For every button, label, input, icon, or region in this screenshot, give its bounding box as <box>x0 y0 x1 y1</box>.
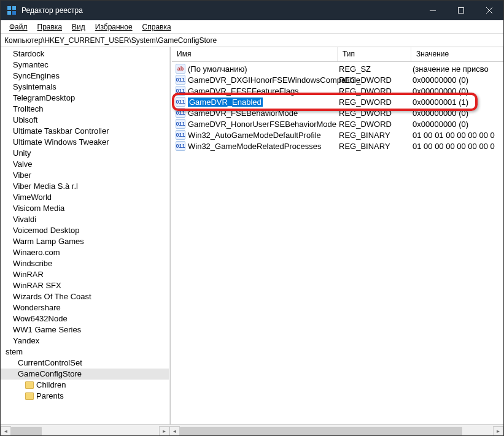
tree-item[interactable]: CurrentControlSet <box>1 358 169 369</box>
menu-view[interactable]: Вид <box>67 21 90 33</box>
tree-item[interactable]: Unity <box>1 148 169 159</box>
tree-item[interactable]: Stardock <box>1 48 169 59</box>
tree-item[interactable]: Windscribe <box>1 258 169 269</box>
tree-hscroll[interactable]: ◄ ► <box>1 426 169 436</box>
col-header-type[interactable]: Тип <box>338 47 411 61</box>
tree-item-label: Stardock <box>13 49 44 58</box>
tree-item-label: Trolltech <box>13 104 43 113</box>
reg-binary-icon: 011 <box>176 130 185 140</box>
app-icon <box>7 6 17 15</box>
tree-item-label: SyncEngines <box>13 71 60 80</box>
value-data: 0x00000000 (0) <box>411 86 503 96</box>
minimize-button[interactable] <box>419 1 447 20</box>
titlebar[interactable]: Редактор реестра <box>1 1 503 20</box>
list-row[interactable]: 011GameDVR_HonorUserFSEBehaviorModeREG_D… <box>172 118 503 129</box>
tree-item-label: Wizards Of The Coast <box>13 292 91 301</box>
tree-item[interactable]: Vivaldi <box>1 214 169 225</box>
value-type: REG_DWORD <box>338 98 411 107</box>
value-data: 0x00000001 (1) <box>411 98 503 107</box>
menu-edit[interactable]: Правка <box>33 21 68 33</box>
tree-item-label: Sysinternals <box>13 82 56 91</box>
svg-rect-0 <box>7 6 11 10</box>
tree-item[interactable]: Symantec <box>1 59 169 71</box>
menu-file[interactable]: Файл <box>4 21 33 33</box>
tree-item[interactable]: Winaero.com <box>1 247 169 258</box>
tree-item[interactable]: Viber Media S.à r.l <box>1 181 169 192</box>
tree-item-label: Symantec <box>13 60 48 69</box>
tree-item[interactable]: GameConfigStore <box>1 369 169 380</box>
reg-binary-icon: 011 <box>176 141 185 151</box>
tree-item-label: WinRAR SFX <box>13 281 61 290</box>
tree-item[interactable]: Ubisoft <box>1 115 169 126</box>
value-name: GameDVR_HonorUserFSEBehaviorMode <box>188 120 336 129</box>
tree-item[interactable]: Warm Lamp Games <box>1 236 169 247</box>
tree-item[interactable]: Sysinternals <box>1 82 169 93</box>
tree-item[interactable]: Wondershare <box>1 302 169 313</box>
tree-item-label: VimeWorld <box>13 193 52 202</box>
value-name: GameDVR_DXGIHonorFSEWindowsCompatible <box>188 75 360 85</box>
tree-item-label: WW1 Game Series <box>13 325 81 334</box>
tree-item[interactable]: Trolltech <box>1 104 169 115</box>
scroll-left-icon[interactable]: ◄ <box>169 426 180 436</box>
tree-item[interactable]: WW1 Game Series <box>1 324 169 335</box>
tree-item-label: Warm Lamp Games <box>13 237 84 246</box>
tree-item[interactable]: SyncEngines <box>1 71 169 82</box>
tree-item[interactable]: Wizards Of The Coast <box>1 291 169 302</box>
tree-item-label: Valve <box>13 159 33 169</box>
reg-string-icon: ab <box>176 64 185 74</box>
address-bar[interactable]: Компьютер\HKEY_CURRENT_USER\System\GameC… <box>1 34 503 47</box>
tree-item-label: Unity <box>13 148 31 158</box>
menubar: Файл Правка Вид Избранное Справка <box>1 20 503 34</box>
list-row[interactable]: 011GameDVR_FSEBehaviorModeREG_DWORD0x000… <box>172 107 503 118</box>
scroll-right-icon[interactable]: ► <box>159 426 169 436</box>
tree-item[interactable]: Ultimate Taskbar Controller <box>1 126 169 137</box>
tree-item[interactable]: Wow6432Node <box>1 313 169 324</box>
value-type: REG_SZ <box>338 64 411 74</box>
svg-rect-2 <box>7 11 11 15</box>
tree-item[interactable]: Visicom Media <box>1 203 169 214</box>
close-button[interactable] <box>475 1 503 20</box>
tree-item-label: Winaero.com <box>13 248 60 257</box>
registry-tree[interactable]: StardockSymantecSyncEnginesSysinternalsT… <box>1 47 169 424</box>
tree-item[interactable]: WinRAR SFX <box>1 280 169 291</box>
list-row[interactable]: ab(По умолчанию)REG_SZ(значение не присв… <box>172 63 503 74</box>
list-row[interactable]: 011Win32_GameModeRelatedProcessesREG_BIN… <box>172 140 503 151</box>
col-header-value[interactable]: Значение <box>411 47 503 61</box>
menu-help[interactable]: Справка <box>138 21 176 33</box>
list-row[interactable]: 011GameDVR_EFSEFeatureFlagsREG_DWORD0x00… <box>172 85 503 96</box>
tree-item[interactable]: Voicemod Desktop <box>1 225 169 236</box>
list-body[interactable]: ab(По умолчанию)REG_SZ(значение не присв… <box>172 62 503 424</box>
list-row[interactable]: 011Win32_AutoGameModeDefaultProfileREG_B… <box>172 129 503 140</box>
list-row[interactable]: 011GameDVR_EnabledREG_DWORD0x00000001 (1… <box>172 96 503 107</box>
value-data: 01 00 00 00 00 00 00 0 <box>411 142 503 151</box>
tree-item[interactable]: Valve <box>1 159 169 170</box>
folder-icon <box>25 381 34 389</box>
tree-item[interactable]: Yandex <box>1 335 169 346</box>
menu-favorites[interactable]: Избранное <box>90 21 138 33</box>
tree-item[interactable]: Viber <box>1 170 169 181</box>
tree-item-label: Ultimate Taskbar Controller <box>13 126 109 136</box>
tree-item-label: WinRAR <box>13 270 44 279</box>
tree-item-label: Windscribe <box>13 259 52 268</box>
tree-item-label: Voicemod Desktop <box>13 226 79 235</box>
tree-item-label: Ultimate Windows Tweaker <box>13 137 109 147</box>
tree-item-label: Wow6432Node <box>13 314 68 323</box>
value-data: (значение не присво <box>411 64 503 74</box>
tree-item-label: Children <box>36 380 66 389</box>
scroll-right-icon[interactable]: ► <box>493 426 503 436</box>
col-header-name[interactable]: Имя <box>172 47 338 61</box>
tree-item[interactable]: stem <box>1 346 169 358</box>
scroll-left-icon[interactable]: ◄ <box>1 426 11 436</box>
tree-item[interactable]: Children <box>1 380 169 391</box>
list-row[interactable]: 011GameDVR_DXGIHonorFSEWindowsCompatible… <box>172 74 503 85</box>
tree-item[interactable]: WinRAR <box>1 269 169 280</box>
list-hscroll[interactable]: ◄ ► <box>169 426 503 436</box>
tree-item-label: Viber <box>13 170 31 180</box>
tree-item[interactable]: VimeWorld <box>1 192 169 203</box>
tree-item[interactable]: Ultimate Windows Tweaker <box>1 137 169 148</box>
tree-item[interactable]: Parents <box>1 391 169 402</box>
maximize-button[interactable] <box>447 1 475 20</box>
tree-item[interactable]: TelegramDesktop <box>1 93 169 104</box>
tree-item-label: Viber Media S.à r.l <box>13 182 78 191</box>
reg-binary-icon: 011 <box>176 86 185 96</box>
